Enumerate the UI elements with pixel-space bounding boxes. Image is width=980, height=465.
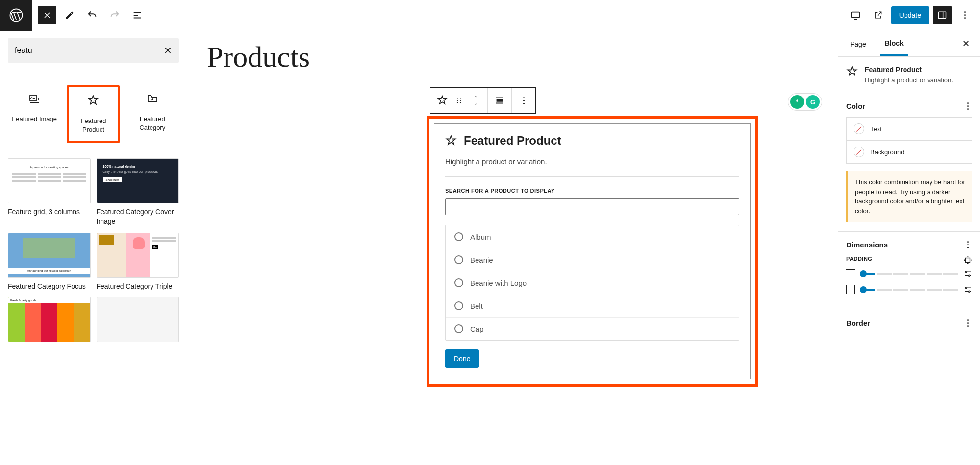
border-panel-title: Border bbox=[846, 319, 870, 327]
svg-point-14 bbox=[966, 287, 967, 289]
padding-horizontal-slider[interactable] bbox=[860, 289, 958, 291]
align-button[interactable] bbox=[494, 95, 505, 106]
set-custom-button[interactable] bbox=[963, 269, 972, 278]
product-option-label: Cap bbox=[470, 325, 484, 333]
sidebar-block-description: Highlight a product or variation. bbox=[865, 76, 953, 84]
pattern-item[interactable]: Announcing our newest collection Feature… bbox=[8, 233, 91, 292]
block-placeholder-title: Featured Product bbox=[464, 134, 561, 147]
product-option[interactable]: Belt bbox=[446, 294, 739, 318]
settings-sidebar-toggle[interactable] bbox=[933, 6, 952, 24]
drag-handle-icon[interactable] bbox=[453, 95, 465, 106]
product-option[interactable]: Cap bbox=[446, 318, 739, 340]
svg-point-13 bbox=[969, 275, 970, 276]
product-option[interactable]: Album bbox=[446, 225, 739, 248]
block-toolbar: ⌃⌄ bbox=[430, 87, 536, 114]
redo-button[interactable] bbox=[105, 6, 124, 24]
move-arrows[interactable]: ⌃⌄ bbox=[470, 95, 481, 106]
featured-image-icon bbox=[28, 92, 41, 105]
pattern-item[interactable]: Go Featured Category Triple bbox=[97, 233, 179, 292]
color-label: Background bbox=[870, 148, 904, 156]
pattern-label: Featured Category Triple bbox=[97, 282, 179, 292]
sidebar-block-title: Featured Product bbox=[865, 66, 953, 73]
pattern-item[interactable]: Fresh & tasty goods bbox=[8, 297, 91, 346]
svg-point-15 bbox=[969, 291, 970, 292]
preview-button[interactable] bbox=[869, 6, 887, 24]
svg-rect-11 bbox=[966, 258, 970, 263]
svg-point-8 bbox=[460, 100, 461, 101]
inserter-search-input[interactable] bbox=[15, 46, 164, 55]
clear-search-icon[interactable]: ✕ bbox=[164, 45, 172, 56]
folder-star-icon bbox=[146, 92, 159, 105]
product-option-label: Album bbox=[470, 233, 491, 241]
product-option[interactable]: Beanie bbox=[446, 248, 739, 271]
unlink-sides-button[interactable] bbox=[963, 256, 972, 265]
block-featured-product[interactable]: Featured Product bbox=[67, 85, 120, 143]
panel-options-button[interactable] bbox=[963, 102, 972, 110]
panel-options-button[interactable] bbox=[963, 241, 972, 248]
pattern-label: Featured Category Cover Image bbox=[97, 207, 179, 226]
product-option-label: Beanie bbox=[470, 256, 493, 264]
pattern-item[interactable] bbox=[97, 297, 179, 346]
block-label: Featured Category bbox=[129, 115, 176, 132]
svg-point-7 bbox=[460, 98, 461, 98]
block-featured-image[interactable]: Featured Image bbox=[8, 85, 61, 143]
document-overview-button[interactable] bbox=[128, 6, 147, 24]
svg-point-5 bbox=[457, 100, 458, 101]
block-type-icon[interactable] bbox=[436, 95, 448, 106]
radio-icon bbox=[454, 255, 463, 264]
radio-icon bbox=[454, 232, 463, 241]
grammarly-badge[interactable]: G bbox=[788, 93, 822, 111]
view-button[interactable] bbox=[846, 6, 865, 24]
color-text-row[interactable]: Text bbox=[846, 117, 972, 141]
close-sidebar-button[interactable]: ✕ bbox=[958, 36, 973, 51]
options-button[interactable] bbox=[955, 6, 974, 24]
contrast-warning: This color combination may be hard for p… bbox=[846, 171, 972, 222]
wordpress-logo[interactable] bbox=[0, 0, 32, 31]
top-toolbar: Update bbox=[0, 0, 980, 30]
padding-vertical-slider[interactable] bbox=[860, 273, 958, 275]
pattern-item[interactable]: A passion for creating spaces Feature gr… bbox=[8, 158, 91, 226]
star-icon bbox=[846, 66, 858, 77]
pattern-label: Featured Category Focus bbox=[8, 282, 91, 292]
editor-canvas: Products ⌃⌄ G bbox=[187, 30, 838, 465]
product-search-label: SEARCH FOR A PRODUCT TO DISPLAY bbox=[445, 188, 739, 194]
color-swatch-icon bbox=[854, 123, 864, 134]
block-inserter-panel: ✕ Featured Image Featured Product bbox=[0, 30, 187, 465]
undo-button[interactable] bbox=[83, 6, 101, 24]
set-custom-button[interactable] bbox=[963, 285, 972, 294]
edit-tool-button[interactable] bbox=[60, 6, 79, 24]
featured-product-block: Featured Product Highlight a product or … bbox=[427, 116, 758, 387]
product-search-input[interactable] bbox=[445, 198, 739, 215]
color-panel-title: Color bbox=[846, 102, 865, 110]
pattern-item[interactable]: 100% natural denimOnly the best goes int… bbox=[97, 158, 179, 226]
svg-point-6 bbox=[457, 102, 458, 103]
block-label: Featured Image bbox=[12, 115, 57, 123]
close-inserter-button[interactable] bbox=[38, 6, 56, 24]
svg-point-12 bbox=[966, 271, 967, 273]
tab-block[interactable]: Block bbox=[880, 31, 908, 56]
color-label: Text bbox=[870, 125, 882, 133]
color-swatch-icon bbox=[854, 147, 864, 157]
svg-rect-2 bbox=[939, 12, 946, 18]
radio-icon bbox=[454, 324, 463, 333]
star-icon bbox=[87, 94, 100, 107]
padding-label: PADDING bbox=[846, 256, 872, 265]
dimensions-panel-title: Dimensions bbox=[846, 241, 888, 249]
product-option-label: Beanie with Logo bbox=[470, 279, 527, 287]
padding-vertical-icon bbox=[846, 269, 855, 278]
settings-sidebar: Page Block ✕ Featured Product Highlight … bbox=[838, 30, 980, 465]
inserter-search[interactable]: ✕ bbox=[8, 38, 179, 63]
tab-page[interactable]: Page bbox=[845, 32, 871, 55]
block-options-button[interactable] bbox=[518, 95, 529, 106]
product-list: Album Beanie Beanie with Logo Belt Cap bbox=[445, 225, 739, 341]
page-title[interactable]: Products bbox=[207, 40, 828, 74]
panel-options-button[interactable] bbox=[963, 319, 972, 327]
done-button[interactable]: Done bbox=[445, 349, 479, 368]
update-button[interactable]: Update bbox=[891, 6, 929, 24]
block-label: Featured Product bbox=[72, 117, 115, 134]
product-option[interactable]: Beanie with Logo bbox=[446, 271, 739, 294]
color-background-row[interactable]: Background bbox=[846, 141, 972, 164]
product-option-label: Belt bbox=[470, 302, 483, 310]
block-featured-category[interactable]: Featured Category bbox=[126, 85, 179, 143]
svg-rect-10 bbox=[497, 99, 503, 101]
